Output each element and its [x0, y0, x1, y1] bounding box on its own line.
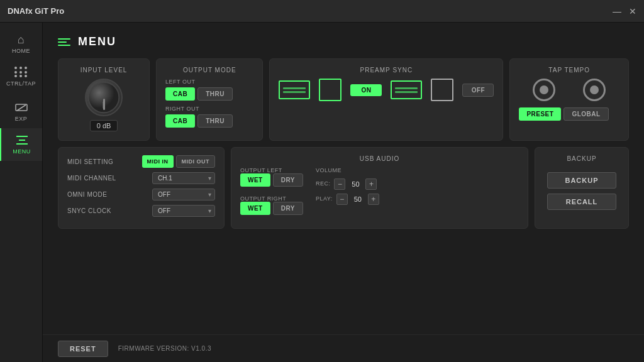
usb-audio-panel: USB AUDIO OUTPUT LEFT WET DRY OUTPUT RIG…	[231, 147, 528, 229]
content-area: MENU INPUT LEVEL	[43, 23, 644, 362]
omni-mode-select-wrapper[interactable]: OFFON	[152, 188, 215, 200]
title-bar: DNAfx GiT Pro — ✕	[0, 0, 644, 23]
usb-volume-section: VOLUME REC: − 50 + PLAY: − 50 +	[316, 167, 379, 220]
play-label: PLAY:	[316, 195, 333, 202]
play-minus-button[interactable]: −	[336, 194, 348, 205]
close-button[interactable]: ✕	[629, 6, 636, 16]
tap-tempo-btn-group: PRESET GLOBAL	[519, 107, 619, 121]
preamp-right-device-icon	[391, 80, 422, 99]
output-right-label: OUTPUT RIGHT	[240, 195, 303, 202]
output-left-wet-button[interactable]: WET	[240, 173, 270, 187]
left-out-cab-button[interactable]: CAB	[165, 87, 195, 101]
minimize-button[interactable]: —	[613, 6, 621, 16]
rec-plus-button[interactable]: +	[365, 178, 377, 190]
snyc-clock-row: SNYC CLOCK OFFON	[67, 204, 215, 217]
omni-mode-select[interactable]: OFFON	[152, 189, 215, 200]
footer: RESET FIRMWARE VERSION: V1.0.3	[43, 334, 644, 362]
backup-title: BACKUP	[567, 155, 596, 162]
sidebar: ⌂ HOME CTRL/TAP EXP MENU	[0, 23, 43, 362]
page-header: MENU	[58, 35, 629, 48]
panels-bottom-row: MIDI SETTING MIDI IN MIDI OUT MIDI CHANN…	[58, 147, 629, 229]
sidebar-item-exp[interactable]: EXP	[0, 93, 42, 128]
output-right-wet-button[interactable]: WET	[240, 202, 270, 215]
midi-channel-label: MIDI CHANNEL	[67, 175, 124, 182]
left-out-btn-group: CAB THRU	[165, 87, 253, 101]
usb-left-section: OUTPUT LEFT WET DRY OUTPUT RIGHT WET DRY	[240, 167, 303, 220]
reset-button[interactable]: RESET	[58, 341, 108, 357]
tap-tempo-preset-button[interactable]: PRESET	[519, 107, 561, 121]
menu-icon	[15, 134, 29, 146]
snyc-clock-label: SNYC CLOCK	[67, 207, 124, 214]
window-controls: — ✕	[613, 6, 636, 16]
rack-icon-left	[279, 80, 310, 99]
left-out-thru-button[interactable]: THRU	[197, 87, 233, 101]
exp-icon	[14, 99, 28, 113]
sidebar-label-menu: MENU	[13, 148, 31, 155]
tap-tempo-global-button[interactable]: GLOBAL	[564, 107, 608, 121]
rack-icon-right	[391, 80, 422, 99]
preamp-sync-panel: PREAMP SYNC ON	[269, 58, 503, 141]
midi-out-button[interactable]: MIDI OUT	[176, 155, 216, 168]
box-icon-left	[319, 79, 341, 101]
omni-mode-label: OMNI MODE	[67, 191, 124, 198]
app-title: DNAfx GiT Pro	[8, 6, 64, 16]
usb-audio-title: USB AUDIO	[240, 155, 519, 162]
tap-tempo-panel: TAP TEMPO PRESET GLOBAL	[509, 58, 629, 141]
rec-label: REC:	[316, 180, 331, 187]
right-out-cab-button[interactable]: CAB	[165, 114, 195, 128]
sidebar-label-ctrl-tap: CTRL/TAP	[6, 80, 36, 87]
snyc-clock-select-wrapper[interactable]: OFFON	[152, 204, 215, 217]
usb-output-left-section: OUTPUT LEFT WET DRY	[240, 167, 303, 192]
preamp-sync-title: PREAMP SYNC	[279, 67, 494, 74]
backup-panel: BACKUP BACKUP RECALL	[535, 147, 629, 229]
preamp-sync-on-button[interactable]: ON	[350, 84, 382, 96]
input-level-title: INPUT LEVEL	[80, 67, 128, 74]
input-level-knob[interactable]	[85, 79, 123, 116]
midi-channel-select[interactable]: CH.1CH.2CH.3CH.4	[152, 172, 215, 184]
output-right-dry-button[interactable]: DRY	[273, 202, 303, 215]
left-out-label: LEFT OUT	[165, 79, 253, 85]
output-left-label: OUTPUT LEFT	[240, 167, 303, 173]
recall-button[interactable]: RECALL	[547, 194, 616, 210]
panels-top-row: INPUT LEVEL	[58, 58, 629, 141]
midi-in-button[interactable]: MIDI IN	[142, 155, 174, 168]
play-vol-control: PLAY: − 50 +	[316, 194, 379, 205]
output-mode-title: OUTPUT MODE	[165, 67, 253, 74]
midi-setting-row: MIDI SETTING MIDI IN MIDI OUT	[67, 155, 215, 168]
tap-gear-icon-right	[583, 79, 606, 101]
usb-audio-row: OUTPUT LEFT WET DRY OUTPUT RIGHT WET DRY	[240, 167, 519, 220]
rec-value: 50	[349, 180, 362, 188]
usb-output-right-section: OUTPUT RIGHT WET DRY	[240, 195, 303, 220]
knob-container: 0 dB	[85, 79, 123, 131]
right-out-label: RIGHT OUT	[165, 106, 253, 112]
midi-channel-select-wrapper[interactable]: CH.1CH.2CH.3CH.4	[152, 172, 215, 184]
omni-mode-row: OMNI MODE OFFON	[67, 188, 215, 200]
sidebar-item-ctrl-tap[interactable]: CTRL/TAP	[0, 60, 42, 93]
svg-point-5	[89, 82, 119, 113]
output-left-dry-button[interactable]: DRY	[273, 173, 303, 187]
snyc-clock-select[interactable]: OFFON	[152, 205, 215, 217]
sidebar-label-exp: EXP	[15, 116, 28, 122]
header-menu-icon	[58, 38, 70, 46]
sidebar-item-menu[interactable]: MENU	[0, 128, 42, 161]
output-left-btns: WET DRY	[240, 173, 303, 187]
play-value: 50	[352, 195, 364, 203]
box-icon-right	[431, 79, 453, 101]
sidebar-item-home[interactable]: ⌂ HOME	[0, 28, 42, 60]
rec-vol-control: REC: − 50 +	[316, 178, 379, 190]
page-title: MENU	[78, 35, 116, 48]
ctrl-tap-icon	[14, 67, 28, 78]
right-out-thru-button[interactable]: THRU	[197, 114, 233, 128]
output-mode-panel: OUTPUT MODE LEFT OUT CAB THRU RIGHT OUT …	[156, 58, 263, 141]
input-level-panel: INPUT LEVEL	[58, 58, 150, 141]
play-plus-button[interactable]: +	[368, 194, 379, 205]
knob-svg	[86, 79, 121, 116]
rec-minus-button[interactable]: −	[334, 178, 345, 190]
preamp-sync-off-button[interactable]: OFF	[462, 84, 494, 97]
main-layout: ⌂ HOME CTRL/TAP EXP MENU	[0, 23, 644, 362]
tap-gear-icon-left	[533, 79, 555, 101]
backup-button[interactable]: BACKUP	[547, 172, 616, 189]
right-out-btn-group: CAB THRU	[165, 114, 253, 128]
tap-tempo-title: TAP TEMPO	[519, 67, 619, 74]
midi-channel-row: MIDI CHANNEL CH.1CH.2CH.3CH.4	[67, 172, 215, 184]
